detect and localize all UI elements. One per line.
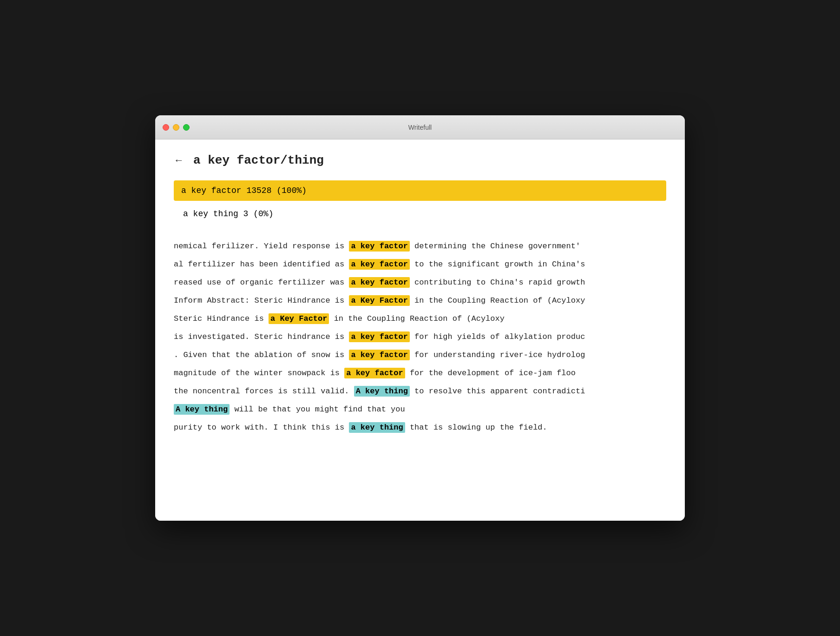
maximize-button[interactable] [183, 124, 190, 131]
factor-key: a key factor [349, 277, 409, 288]
app-window: Writefull ← a key factor/thing a key fac… [155, 115, 685, 521]
header-row: ← a key factor/thing [174, 153, 666, 167]
window-title: Writefull [408, 124, 432, 131]
factor-key: a key factor [349, 259, 409, 270]
concordance-line: al fertilizer has been identified as a k… [174, 255, 666, 273]
concordance-lines: nemical ferilizer. Yield response is a k… [174, 237, 666, 437]
factor-key: a Key Factor [349, 295, 409, 306]
factor-key: a key factor [349, 241, 409, 252]
thing-key: A key thing [174, 404, 230, 415]
concordance-line: Steric Hindrance is a Key Factor in the … [174, 310, 666, 328]
page-title: a key factor/thing [193, 153, 324, 167]
concordance-line: purity to work with. I think this is a k… [174, 418, 666, 437]
result-item-thing[interactable]: a key thing 3 (0%) [174, 204, 666, 224]
back-button[interactable]: ← [174, 154, 184, 166]
concordance-line: nemical ferilizer. Yield response is a k… [174, 237, 666, 255]
traffic-lights [163, 124, 190, 131]
thing-key: a key thing [349, 422, 405, 433]
close-button[interactable] [163, 124, 169, 131]
factor-key: a Key Factor [269, 313, 329, 324]
factor-key: a key factor [349, 350, 409, 360]
concordance-line: the noncentral forces is still valid. A … [174, 382, 666, 400]
minimize-button[interactable] [173, 124, 179, 131]
concordance-line: Inform Abstract: Steric Hindrance is a K… [174, 292, 666, 310]
results-list: a key factor 13528 (100%)a key thing 3 (… [174, 180, 666, 224]
thing-key: A key thing [354, 386, 410, 397]
main-content: ← a key factor/thing a key factor 13528 … [155, 139, 685, 521]
factor-key: a key factor [349, 331, 409, 342]
result-item-factor[interactable]: a key factor 13528 (100%) [174, 180, 666, 201]
concordance-line: reased use of organic fertilizer was a k… [174, 273, 666, 292]
titlebar: Writefull [155, 115, 685, 139]
concordance-line: magnitude of the winter snowpack is a ke… [174, 364, 666, 382]
concordance-line: A key thing will be that you might find … [174, 400, 666, 418]
concordance-line: is investigated. Steric hindrance is a k… [174, 328, 666, 346]
factor-key: a key factor [344, 368, 405, 378]
concordance-line: . Given that the ablation of snow is a k… [174, 346, 666, 364]
